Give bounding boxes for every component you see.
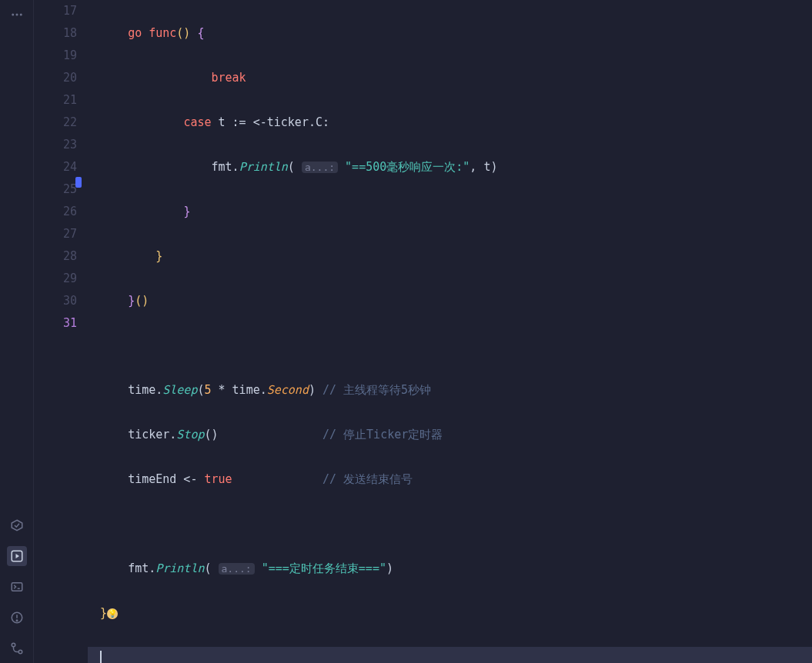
line-number[interactable]: 26 xyxy=(34,201,77,223)
svg-point-1 xyxy=(15,14,18,16)
keyword: case xyxy=(183,115,211,129)
comment: // 主线程等待5秒钟 xyxy=(322,383,431,397)
line-gutter: 17 18 19 20 21 22 23 24 25 26 27 28 29 3… xyxy=(34,0,88,663)
const: Second xyxy=(267,383,309,397)
line-number[interactable]: 28 xyxy=(34,245,77,268)
pkg: fmt xyxy=(212,160,232,174)
keyword: func xyxy=(149,26,176,40)
pkg: fmt xyxy=(128,561,149,575)
line-number[interactable]: 22 xyxy=(34,112,77,134)
fn-call: Println xyxy=(155,561,204,575)
line-number[interactable]: 17 xyxy=(34,0,77,22)
problems-icon[interactable] xyxy=(7,608,27,628)
line-number[interactable]: 20 xyxy=(34,67,77,89)
fn-call: Println xyxy=(239,160,288,174)
code-editor[interactable]: 17 18 19 20 21 22 23 24 25 26 27 28 29 3… xyxy=(34,0,812,663)
lightbulb-icon[interactable]: 💡 xyxy=(107,608,118,619)
line-number[interactable]: 24 xyxy=(34,156,77,178)
param-hint: a...: xyxy=(302,162,338,173)
svg-point-11 xyxy=(12,643,15,647)
line-number[interactable]: 19 xyxy=(34,45,77,67)
code-text: t := <-ticker.C: xyxy=(219,115,330,129)
line-number[interactable]: 23 xyxy=(34,134,77,156)
op: * xyxy=(212,383,232,397)
services-icon[interactable] xyxy=(7,515,27,535)
line-number[interactable]: 25 xyxy=(34,178,77,201)
string-literal: "===定时任务结束===" xyxy=(262,561,386,575)
string-literal: "==500毫秒响应一次:" xyxy=(345,160,469,174)
fn-call: Sleep xyxy=(162,383,197,397)
comment: // 停止Ticker定时器 xyxy=(322,428,443,441)
pkg: time xyxy=(128,383,155,397)
svg-marker-5 xyxy=(15,554,19,558)
code-content[interactable]: go func() { break case t := <-ticker.C: … xyxy=(88,0,812,663)
var: ticker xyxy=(128,428,169,441)
svg-point-12 xyxy=(18,650,22,654)
keyword: go xyxy=(128,26,142,40)
main-area: 17 18 19 20 21 22 23 24 25 26 27 28 29 3… xyxy=(34,0,812,663)
line-number[interactable]: 30 xyxy=(34,290,77,312)
gutter-selection xyxy=(75,177,82,188)
svg-point-10 xyxy=(16,620,18,621)
activity-bar xyxy=(0,0,34,663)
pkg: time xyxy=(232,383,260,397)
vcs-icon[interactable] xyxy=(7,638,27,658)
var: timeEnd <- xyxy=(128,472,204,486)
number: 5 xyxy=(204,383,211,397)
param-hint: a...: xyxy=(219,563,255,575)
run-icon[interactable] xyxy=(7,546,27,566)
code-text: , t) xyxy=(469,160,497,174)
fn-call: Stop xyxy=(176,428,204,441)
keyword: break xyxy=(212,71,246,85)
line-number[interactable]: 29 xyxy=(34,268,77,290)
bool: true xyxy=(204,472,232,486)
cursor xyxy=(100,651,102,664)
line-number[interactable]: 21 xyxy=(34,89,77,112)
svg-rect-6 xyxy=(12,583,22,591)
svg-point-2 xyxy=(19,14,22,16)
terminal-icon[interactable] xyxy=(7,577,27,597)
more-icon[interactable] xyxy=(7,5,27,25)
svg-marker-3 xyxy=(12,520,22,531)
line-number[interactable]: 18 xyxy=(34,22,77,45)
line-number[interactable]: 27 xyxy=(34,223,77,245)
svg-point-0 xyxy=(12,14,14,16)
line-number[interactable]: 31 xyxy=(34,312,77,335)
comment: // 发送结束信号 xyxy=(322,472,413,486)
